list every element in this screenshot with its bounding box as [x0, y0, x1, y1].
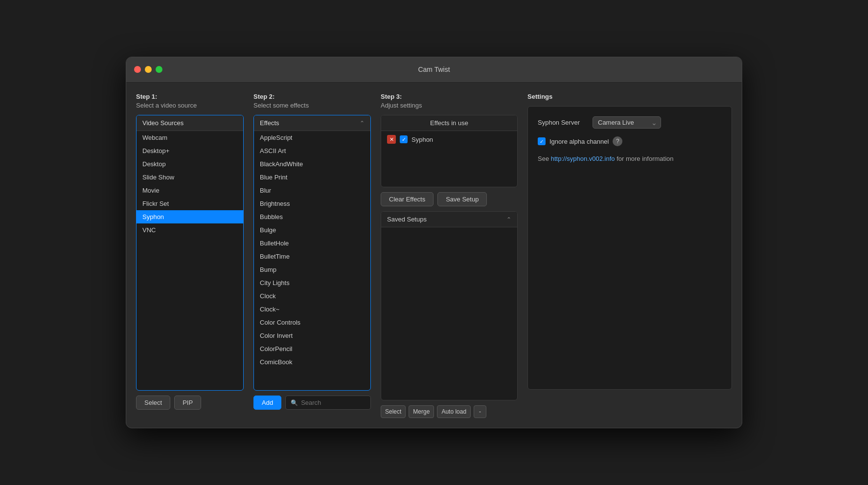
list-item[interactable]: Blur — [254, 184, 370, 197]
col-adjust-settings: Step 3: Adjust settings Effects in use ✕… — [381, 92, 518, 418]
col3-inner: Effects in use ✕ ✓ Syphon Clear Effects … — [381, 115, 518, 418]
chevron-up-icon: ⌃ — [506, 216, 511, 223]
list-item[interactable]: Clock~ — [254, 303, 370, 316]
saved-setups-header: Saved Setups ⌃ — [381, 212, 517, 227]
window-title: Cam Twist — [418, 66, 450, 73]
maximize-button[interactable] — [156, 66, 162, 73]
effect-checkbox[interactable]: ✓ — [400, 135, 408, 143]
ignore-alpha-label: Ignore alpha channel — [549, 138, 609, 145]
list-item[interactable]: Bump — [254, 263, 370, 276]
effect-name: Syphon — [411, 136, 433, 143]
list-item[interactable]: ASCII Art — [254, 144, 370, 157]
list-item[interactable]: Desktop+ — [137, 144, 243, 157]
list-item-selected[interactable]: Syphon — [137, 210, 243, 223]
auto-load-button[interactable]: Auto load — [437, 405, 471, 418]
ignore-alpha-checkbox[interactable]: ✓ — [538, 137, 546, 145]
merge-button[interactable]: Merge — [409, 405, 434, 418]
syphon-server-dropdown[interactable]: Camera Live Option 2 — [593, 116, 661, 129]
remove-setup-button[interactable]: - — [474, 405, 486, 418]
ignore-alpha-row: ✓ Ignore alpha channel ? — [538, 136, 722, 146]
video-sources-header: Video Sources — [137, 115, 243, 131]
col-effects: Step 2: Select some effects Effects ⌃ Ap… — [253, 92, 371, 418]
step3-label: Step 3: Adjust settings — [381, 92, 518, 110]
save-setup-button[interactable]: Save Setup — [437, 192, 487, 206]
step2-label: Step 2: Select some effects — [253, 92, 371, 110]
search-box[interactable]: 🔍 — [285, 396, 371, 410]
settings-heading: Settings — [527, 92, 732, 101]
minimize-button[interactable] — [145, 66, 152, 73]
video-source-buttons: Select PIP — [136, 396, 244, 410]
effects-list-container: Effects ⌃ AppleScript ASCII Art BlackAnd… — [253, 115, 371, 391]
add-button[interactable]: Add — [253, 396, 281, 410]
select-button[interactable]: Select — [136, 396, 170, 410]
search-input[interactable] — [301, 399, 365, 406]
app-window: Cam Twist Step 1: Select a video source … — [126, 57, 742, 428]
remove-effect-button[interactable]: ✕ — [387, 135, 396, 144]
action-buttons: Clear Effects Save Setup — [381, 192, 518, 206]
select-setup-button[interactable]: Select — [381, 405, 406, 418]
list-item[interactable]: Clock — [254, 289, 370, 303]
settings-panel: Syphon Server Camera Live Option 2 ✓ Ign… — [527, 106, 732, 390]
info-text: See http://syphon.v002.info for more inf… — [538, 154, 722, 164]
effects-in-use-panel: Effects in use ✕ ✓ Syphon — [381, 115, 518, 187]
syphon-server-dropdown-wrapper: Camera Live Option 2 — [593, 116, 661, 129]
help-button[interactable]: ? — [613, 136, 622, 146]
video-sources-list[interactable]: Webcam Desktop+ Desktop Slide Show Movie… — [137, 131, 243, 390]
close-button[interactable] — [134, 66, 141, 73]
main-content: Step 1: Select a video source Video Sour… — [126, 83, 742, 428]
video-sources-list-container: Video Sources Webcam Desktop+ Desktop Sl… — [136, 115, 244, 391]
list-item[interactable]: Movie — [137, 184, 243, 197]
step1-label: Step 1: Select a video source — [136, 92, 244, 110]
list-item[interactable]: Bulge — [254, 223, 370, 237]
effects-in-use-header: Effects in use — [381, 115, 517, 131]
list-item[interactable]: ColorPencil — [254, 342, 370, 355]
list-item[interactable]: BlackAndWhite — [254, 157, 370, 171]
effects-spacer — [381, 148, 517, 187]
list-item[interactable]: BulletTime — [254, 250, 370, 263]
pip-button[interactable]: PIP — [174, 396, 201, 410]
list-item[interactable]: ComicBook — [254, 355, 370, 369]
list-item[interactable]: Slide Show — [137, 171, 243, 184]
list-item[interactable]: Desktop — [137, 157, 243, 171]
list-item[interactable]: Color Controls — [254, 316, 370, 329]
list-item[interactable]: Webcam — [137, 131, 243, 144]
saved-setup-buttons: Select Merge Auto load - — [381, 405, 518, 418]
saved-setups-body — [381, 227, 517, 354]
effects-item-syphon: ✕ ✓ Syphon — [381, 131, 517, 148]
list-item[interactable]: Bubbles — [254, 210, 370, 223]
traffic-lights — [134, 66, 162, 73]
list-item[interactable]: Blue Print — [254, 171, 370, 184]
effects-list[interactable]: AppleScript ASCII Art BlackAndWhite Blue… — [254, 131, 370, 390]
list-item[interactable]: Brightness — [254, 197, 370, 210]
list-item[interactable]: BulletHole — [254, 237, 370, 250]
list-item[interactable]: Flickr Set — [137, 197, 243, 210]
chevron-up-icon: ⌃ — [360, 120, 365, 127]
clear-effects-button[interactable]: Clear Effects — [381, 192, 434, 206]
effects-buttons: Add 🔍 — [253, 396, 371, 410]
list-item[interactable]: VNC — [137, 223, 243, 237]
saved-setups-panel: Saved Setups ⌃ — [381, 211, 518, 400]
col-video-sources: Step 1: Select a video source Video Sour… — [136, 92, 244, 418]
syphon-server-row: Syphon Server Camera Live Option 2 — [538, 116, 722, 129]
effects-in-use-list: ✕ ✓ Syphon — [381, 131, 517, 187]
col-settings: Settings Syphon Server Camera Live Optio… — [527, 92, 732, 418]
search-icon: 🔍 — [291, 399, 298, 406]
syphon-server-label: Syphon Server — [538, 119, 587, 126]
list-item[interactable]: Color Invert — [254, 329, 370, 342]
info-link[interactable]: http://syphon.v002.info — [551, 155, 615, 162]
effects-header: Effects ⌃ — [254, 115, 370, 131]
list-item[interactable]: AppleScript — [254, 131, 370, 144]
titlebar: Cam Twist — [126, 57, 742, 83]
list-item[interactable]: City Lights — [254, 276, 370, 289]
